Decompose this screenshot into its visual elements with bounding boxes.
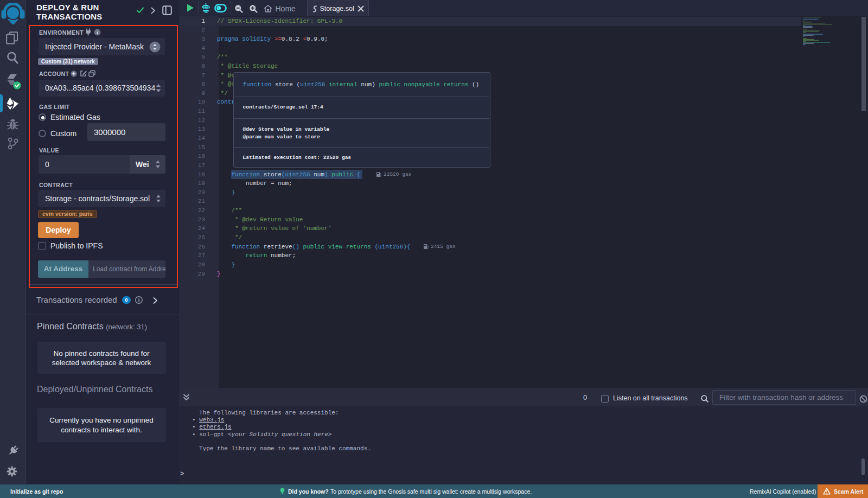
svg-text:i: i [138,297,140,303]
